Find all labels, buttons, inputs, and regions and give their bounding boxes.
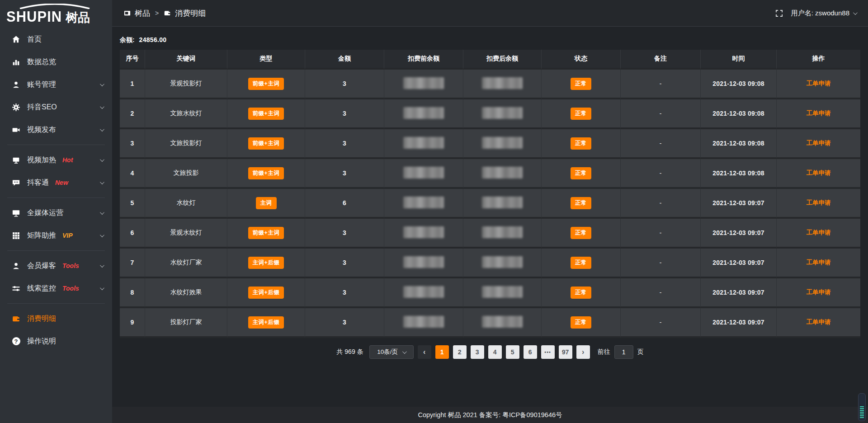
page-button-2[interactable]: 2 [453, 345, 467, 359]
chat-bubble-icon [12, 179, 20, 187]
work-order-link[interactable]: 工单申请 [807, 80, 831, 87]
question-circle-icon: ? [12, 337, 20, 346]
sidebar-item-account-mgmt[interactable]: 账号管理 [0, 73, 112, 96]
new-tag: New [55, 179, 68, 186]
sidebar-item-all-media[interactable]: 全媒体运营 [0, 202, 112, 224]
total-count: 共 969 条 [336, 348, 363, 356]
work-order-link[interactable]: 工单申请 [807, 289, 831, 296]
table-row: 7水纹灯厂家主词+后缀3正常-2021-12-03 09:07工单申请 [120, 249, 860, 278]
cell-note: - [621, 189, 701, 219]
cell-action: 工单申请 [777, 219, 860, 249]
cell-note: - [621, 278, 701, 308]
status-badge: 正常 [571, 167, 591, 179]
sidebar-item-label: 抖客通 [27, 178, 49, 188]
cell-amount: 3 [305, 249, 384, 278]
chevron-down-icon [100, 127, 104, 132]
cell-type: 前缀+主词 [227, 219, 305, 249]
cell-type: 主词+后缀 [227, 308, 305, 338]
breadcrumb-home[interactable]: 树品 [135, 8, 150, 19]
grid-icon [12, 231, 20, 240]
blurred-value [482, 197, 523, 208]
cell-amount: 3 [305, 99, 384, 129]
next-page-button[interactable]: › [576, 345, 590, 359]
cell-amount: 3 [305, 70, 384, 99]
cell-status: 正常 [542, 70, 621, 99]
cell-amount: 3 [305, 219, 384, 249]
cell-status: 正常 [542, 129, 621, 159]
goto-suffix: 页 [637, 348, 644, 356]
sidebar-item-home[interactable]: 首页 [0, 28, 112, 51]
cell-type: 主词+后缀 [227, 249, 305, 278]
sidebar-item-video-publish[interactable]: 视频发布 [0, 118, 112, 141]
cell-balance-after [463, 99, 542, 129]
status-badge: 正常 [571, 227, 591, 239]
user-menu[interactable]: 用户名: zswodun88 [791, 9, 856, 18]
logo-text-en: SHUPIN [6, 9, 62, 26]
stripes-icon [860, 406, 864, 418]
cell-action: 工单申请 [777, 99, 860, 129]
blurred-value [482, 167, 523, 179]
cell-action: 工单申请 [777, 308, 860, 338]
cell-balance-before [384, 219, 463, 249]
tools-tag: Tools [62, 285, 79, 292]
work-order-link[interactable]: 工单申请 [807, 140, 831, 146]
table-row: 1景观投影灯前缀+主词3正常-2021-12-03 09:08工单申请 [120, 70, 860, 99]
table-row: 5水纹灯主词6正常-2021-12-03 09:07工单申请 [120, 189, 860, 219]
col-header-amount: 金额 [305, 50, 384, 70]
cell-status: 正常 [542, 219, 621, 249]
cell-amount: 6 [305, 189, 384, 219]
work-order-link[interactable]: 工单申请 [807, 229, 831, 236]
chevron-down-icon [100, 157, 104, 162]
prev-page-button[interactable]: ‹ [418, 345, 431, 359]
sidebar-item-consumption-detail[interactable]: 消费明细 [0, 307, 112, 330]
blurred-value [403, 286, 444, 298]
page-button-6[interactable]: 6 [524, 345, 537, 359]
menu-divider [7, 197, 105, 198]
cell-balance-after [463, 129, 542, 159]
work-order-link[interactable]: 工单申请 [807, 169, 831, 176]
browser-extension-widget[interactable] [858, 393, 866, 421]
sidebar-item-data-overview[interactable]: 数据总览 [0, 51, 112, 73]
sidebar-item-label: 账号管理 [27, 80, 56, 89]
work-order-link[interactable]: 工单申请 [807, 259, 831, 266]
menu-divider [7, 303, 105, 304]
more-pages-button[interactable]: ••• [541, 345, 555, 359]
sidebar-item-instructions[interactable]: ? 操作说明 [0, 330, 112, 352]
chevron-down-icon [100, 104, 104, 109]
cell-note: - [621, 99, 701, 129]
main-content: 余额: 24856.00 序号 关键词 类型 金额 扣费前余额 扣费后余额 状态… [112, 27, 868, 407]
sidebar-item-doketong[interactable]: 抖客通 New [0, 171, 112, 194]
status-badge: 正常 [571, 316, 591, 329]
work-order-link[interactable]: 工单申请 [807, 110, 831, 117]
table-row: 4文旅投影前缀+主词3正常-2021-12-03 09:08工单申请 [120, 159, 860, 189]
col-header-status: 状态 [542, 50, 621, 70]
sidebar-item-lead-monitor[interactable]: 线索监控 Tools [0, 277, 112, 300]
sidebar-item-video-heat[interactable]: 视频加热 Hot [0, 149, 112, 171]
type-badge: 前缀+主词 [248, 78, 284, 90]
user-icon [12, 80, 20, 89]
breadcrumb-current: 消费明细 [175, 8, 206, 19]
goto-page-input[interactable] [614, 345, 633, 359]
page-button-5[interactable]: 5 [506, 345, 519, 359]
cell-type: 前缀+主词 [227, 70, 305, 99]
table-header-row: 序号 关键词 类型 金额 扣费前余额 扣费后余额 状态 备注 时间 操作 [120, 50, 860, 70]
work-order-link[interactable]: 工单申请 [807, 319, 831, 325]
blurred-value [482, 107, 523, 119]
cell-status: 正常 [542, 308, 621, 338]
page-button-1[interactable]: 1 [435, 345, 449, 359]
sidebar-item-matrix-boost[interactable]: 矩阵助推 VIP [0, 224, 112, 247]
blurred-value [403, 197, 444, 208]
cell-type: 前缀+主词 [227, 159, 305, 189]
page-button-4[interactable]: 4 [488, 345, 502, 359]
page-button-3[interactable]: 3 [471, 345, 484, 359]
work-order-link[interactable]: 工单申请 [807, 199, 831, 206]
cell-note: - [621, 249, 701, 278]
sidebar-item-member-baoke[interactable]: 会员爆客 Tools [0, 254, 112, 277]
cell-balance-after [463, 70, 542, 99]
sidebar-item-douyin-seo[interactable]: 抖音SEO [0, 96, 112, 118]
fullscreen-icon[interactable] [775, 9, 783, 17]
col-header-type: 类型 [227, 50, 305, 70]
footer: Copyright 树品 2021 备案号: 粤ICP备09019646号 [112, 407, 868, 423]
page-size-select[interactable]: 10条/页 [369, 345, 414, 359]
page-button-97[interactable]: 97 [559, 345, 572, 359]
